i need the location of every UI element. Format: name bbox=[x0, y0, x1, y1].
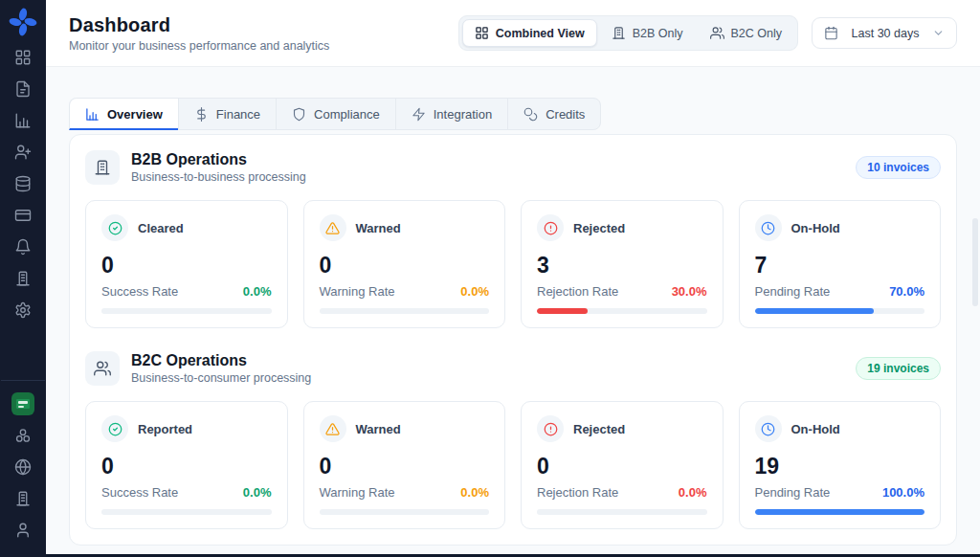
stat-card-value: 0 bbox=[320, 454, 490, 479]
toggle-b2c-only[interactable]: B2C Only bbox=[698, 19, 795, 47]
check-circle-icon bbox=[101, 214, 128, 241]
stat-card-label: Rejected bbox=[573, 422, 625, 436]
header-controls: Combined View B2B Only B2C Only Last 30 … bbox=[458, 15, 957, 51]
page-subtitle: Monitor your business performance and an… bbox=[69, 39, 329, 53]
progress-fill bbox=[537, 308, 588, 314]
rate-label: Success Rate bbox=[101, 284, 178, 299]
tab-label: Compliance bbox=[314, 107, 380, 122]
rate-label: Pending Rate bbox=[755, 284, 831, 299]
tab-overview[interactable]: Overview bbox=[69, 98, 179, 130]
settings-gear-icon[interactable] bbox=[14, 301, 32, 319]
rate-label: Rejection Rate bbox=[537, 284, 618, 299]
view-toggle-group: Combined View B2B Only B2C Only bbox=[458, 15, 798, 51]
clock-icon bbox=[755, 415, 782, 442]
apps-cluster-icon[interactable] bbox=[14, 427, 32, 444]
tab-bar: Overview Finance Compliance Integration … bbox=[69, 98, 957, 130]
analytics-chart-icon[interactable] bbox=[14, 112, 32, 129]
tab-finance[interactable]: Finance bbox=[178, 98, 277, 130]
toggle-b2b-only[interactable]: B2B Only bbox=[599, 19, 696, 47]
stat-card-warned: Warned 0 Warning Rate 0.0% bbox=[303, 200, 506, 328]
database-icon[interactable] bbox=[14, 175, 32, 192]
user-profile-icon[interactable] bbox=[14, 522, 32, 539]
users-icon bbox=[85, 351, 120, 386]
clock-icon bbox=[755, 214, 782, 241]
add-user-icon[interactable] bbox=[14, 144, 32, 161]
rate-label: Success Rate bbox=[101, 485, 178, 500]
stat-card-value: 19 bbox=[755, 454, 925, 479]
progress-fill bbox=[755, 509, 925, 515]
progress-bar bbox=[320, 509, 490, 515]
building-icon bbox=[85, 150, 120, 185]
printer-icon[interactable] bbox=[14, 270, 32, 287]
check-circle-icon bbox=[101, 415, 128, 442]
credit-card-icon[interactable] bbox=[14, 207, 32, 224]
alert-triangle-icon bbox=[320, 214, 346, 241]
progress-bar bbox=[101, 509, 272, 515]
printer-icon[interactable] bbox=[14, 490, 32, 507]
stat-card-value: 3 bbox=[537, 253, 707, 278]
sidebar-nav-bottom bbox=[14, 427, 32, 539]
rate-value: 100.0% bbox=[882, 485, 924, 500]
toggle-combined-view[interactable]: Combined View bbox=[462, 19, 597, 47]
sidebar bbox=[0, 0, 46, 557]
title-block: Dashboard Monitor your business performa… bbox=[69, 14, 329, 53]
tab-integration[interactable]: Integration bbox=[395, 98, 508, 130]
stat-card-on-hold: On-Hold 19 Pending Rate 100.0% bbox=[739, 401, 942, 529]
stat-card-label: Warned bbox=[356, 422, 401, 436]
stat-card-on-hold: On-Hold 7 Pending Rate 70.0% bbox=[739, 200, 942, 328]
rate-label: Rejection Rate bbox=[537, 485, 618, 500]
notifications-bell-icon[interactable] bbox=[14, 238, 32, 256]
tab-credits[interactable]: Credits bbox=[507, 98, 601, 130]
invoice-count-badge: 19 invoices bbox=[856, 357, 941, 380]
calendar-icon bbox=[824, 26, 838, 40]
stat-card-label: On-Hold bbox=[791, 422, 840, 436]
section-title: B2B Operations bbox=[131, 151, 306, 168]
alert-circle-icon bbox=[537, 415, 564, 442]
stat-card-label: On-Hold bbox=[791, 221, 840, 235]
rate-value: 0.0% bbox=[679, 485, 707, 500]
scrollbar-thumb[interactable] bbox=[972, 218, 978, 306]
progress-bar bbox=[755, 509, 925, 515]
stat-card-cleared: Cleared 0 Success Rate 0.0% bbox=[85, 200, 288, 328]
invoice-count-badge: 10 invoices bbox=[856, 156, 941, 179]
alert-circle-icon bbox=[537, 214, 564, 241]
stat-card-label: Cleared bbox=[138, 221, 184, 235]
tab-compliance[interactable]: Compliance bbox=[276, 98, 396, 130]
alert-triangle-icon bbox=[320, 415, 346, 442]
section-title-block: B2B Operations Business-to-business proc… bbox=[131, 151, 306, 184]
globe-icon[interactable] bbox=[14, 458, 32, 476]
progress-bar bbox=[537, 308, 707, 314]
sidebar-nav-top bbox=[14, 49, 32, 319]
toggle-label: B2C Only bbox=[731, 27, 783, 40]
section-title-block: B2C Operations Business-to-consumer proc… bbox=[131, 352, 311, 385]
rate-value: 0.0% bbox=[460, 485, 489, 500]
rate-value: 70.0% bbox=[889, 284, 924, 299]
section-subtitle: Business-to-business processing bbox=[131, 170, 306, 184]
progress-fill bbox=[755, 308, 874, 314]
date-range-select[interactable]: Last 30 days bbox=[812, 17, 957, 49]
app-logo-icon bbox=[9, 8, 37, 36]
rate-value: 0.0% bbox=[243, 485, 272, 500]
tab-label: Finance bbox=[216, 107, 260, 122]
stat-card-value: 7 bbox=[755, 253, 925, 278]
rate-value: 30.0% bbox=[672, 284, 707, 299]
page-header: Dashboard Monitor your business performa… bbox=[46, 0, 980, 67]
stat-card-label: Reported bbox=[138, 422, 192, 436]
stat-card-label: Warned bbox=[356, 221, 401, 235]
rate-value: 0.0% bbox=[243, 284, 272, 299]
stat-card-reported: Reported 0 Success Rate 0.0% bbox=[85, 401, 288, 529]
users-icon bbox=[710, 26, 724, 40]
rate-label: Warning Rate bbox=[320, 485, 395, 500]
stat-card-label: Rejected bbox=[573, 221, 625, 235]
saudi-flag-icon[interactable] bbox=[11, 392, 34, 415]
dashboard-grid-icon[interactable] bbox=[14, 49, 32, 66]
documents-icon[interactable] bbox=[14, 80, 32, 98]
overview-panel: B2B Operations Business-to-business proc… bbox=[69, 134, 957, 546]
tab-label: Integration bbox=[434, 107, 492, 122]
stat-card-value: 0 bbox=[101, 454, 272, 479]
tab-label: Credits bbox=[546, 107, 585, 122]
stat-card-value: 0 bbox=[101, 253, 272, 278]
stat-card-rejected: Rejected 3 Rejection Rate 30.0% bbox=[521, 200, 724, 328]
bar-chart-icon bbox=[85, 107, 100, 122]
b2c-operations-section: B2C Operations Business-to-consumer proc… bbox=[85, 351, 941, 529]
